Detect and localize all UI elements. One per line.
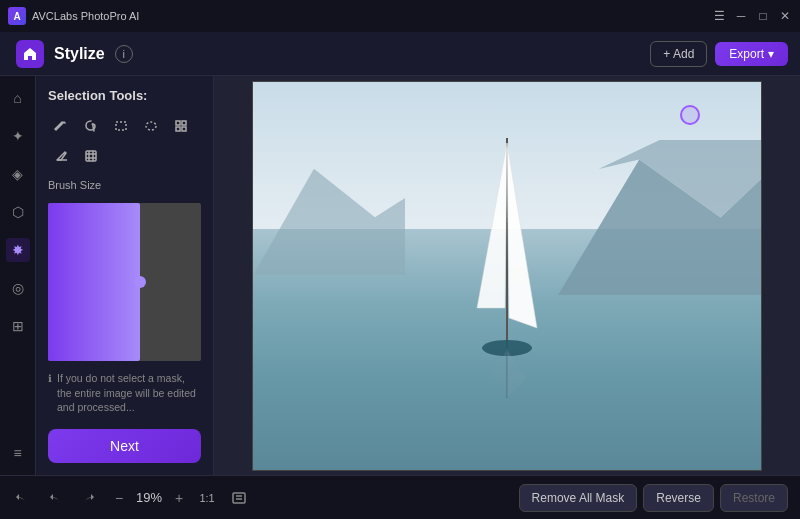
mountain-right — [558, 140, 761, 295]
svg-marker-14 — [253, 169, 405, 276]
icon-rail: ⌂ ✦ ◈ ⬡ ✸ ◎ ⊞ ≡ — [0, 76, 36, 475]
zoom-1to1-icon[interactable]: 1:1 — [196, 487, 218, 509]
svg-rect-0 — [116, 122, 126, 130]
selection-tools-title: Selection Tools: — [48, 88, 201, 103]
info-text-block: ℹ If you do not select a mask, the entir… — [48, 371, 201, 415]
export-button[interactable]: Export ▾ — [715, 42, 788, 66]
svg-point-1 — [146, 122, 156, 130]
zoom-in-icon[interactable]: + — [168, 487, 190, 509]
rail-stylize[interactable]: ✸ — [6, 238, 30, 262]
mountain-left — [253, 159, 405, 275]
info-small-icon: ℹ — [48, 372, 52, 415]
bottom-right-tools: Remove All Mask Reverse Restore — [519, 484, 788, 512]
sailboat-scene — [253, 82, 761, 470]
export-arrow: ▾ — [768, 47, 774, 61]
redo-icon[interactable] — [76, 487, 98, 509]
sailboat — [467, 128, 547, 418]
zoom-percent: 19% — [136, 490, 162, 505]
main-layout: ⌂ ✦ ◈ ⬡ ✸ ◎ ⊞ ≡ Selection Tools: — [0, 76, 800, 475]
rail-tools[interactable]: ◈ — [6, 162, 30, 186]
titlebar-title: AVCLabs PhotoPro AI — [32, 10, 139, 22]
titlebar-left: A AVCLabs PhotoPro AI — [8, 7, 139, 25]
bottom-toolbar: − 19% + 1:1 Remove All Mask Reverse Rest… — [0, 475, 800, 519]
tool-icons-row — [48, 113, 201, 169]
fit-screen-icon[interactable] — [228, 487, 250, 509]
remove-all-mask-button[interactable]: Remove All Mask — [519, 484, 638, 512]
brush-slider-thumb[interactable] — [134, 276, 146, 288]
info-text-content: If you do not select a mask, the entire … — [57, 371, 201, 415]
zoom-out-icon[interactable]: − — [108, 487, 130, 509]
titlebar-controls[interactable]: ☰ ─ □ ✕ — [712, 9, 792, 23]
rect-select-tool[interactable] — [108, 113, 134, 139]
zoom-controls: − 19% + 1:1 — [108, 487, 218, 509]
canvas-area[interactable] — [214, 76, 800, 475]
svg-marker-17 — [477, 143, 507, 308]
pen-tool[interactable] — [48, 113, 74, 139]
rail-enhance[interactable]: ◎ — [6, 276, 30, 300]
ellipse-tool[interactable] — [138, 113, 164, 139]
menu-button[interactable]: ☰ — [712, 9, 726, 23]
left-panel: Selection Tools: — [36, 76, 214, 475]
restore-button[interactable]: Restore — [720, 484, 788, 512]
app-icon: A — [8, 7, 26, 25]
rail-shapes[interactable]: ⬡ — [6, 200, 30, 224]
undo-icon[interactable] — [12, 487, 34, 509]
lasso-tool[interactable] — [78, 113, 104, 139]
svg-rect-2 — [176, 121, 180, 125]
rail-settings[interactable]: ≡ — [6, 441, 30, 465]
add-button[interactable]: + Add — [650, 41, 707, 67]
topbar-left: Stylize i — [16, 40, 133, 68]
close-button[interactable]: ✕ — [778, 9, 792, 23]
rail-effects[interactable]: ✦ — [6, 124, 30, 148]
topbar: Stylize i + Add Export ▾ — [0, 32, 800, 76]
smart-select-tool[interactable] — [168, 113, 194, 139]
svg-marker-20 — [507, 350, 527, 398]
svg-marker-21 — [489, 350, 507, 388]
brush-slider-fill — [48, 203, 140, 361]
eraser-tool[interactable] — [48, 143, 74, 169]
titlebar: A AVCLabs PhotoPro AI ☰ ─ □ ✕ — [0, 0, 800, 32]
page-title: Stylize — [54, 45, 105, 63]
brush-size-slider[interactable] — [48, 203, 201, 361]
svg-marker-16 — [507, 143, 537, 328]
next-button[interactable]: Next — [48, 429, 201, 463]
rail-layers[interactable]: ⊞ — [6, 314, 30, 338]
maximize-button[interactable]: □ — [756, 9, 770, 23]
svg-rect-3 — [182, 121, 186, 125]
brush-size-row: Brush Size — [48, 179, 201, 191]
svg-rect-5 — [182, 127, 186, 131]
svg-rect-4 — [176, 127, 180, 131]
brush-size-label: Brush Size — [48, 179, 101, 191]
cursor-circle — [680, 105, 700, 125]
home-icon[interactable] — [16, 40, 44, 68]
svg-rect-7 — [86, 151, 96, 161]
export-label: Export — [729, 47, 764, 61]
bottom-left-tools: − 19% + 1:1 — [12, 487, 250, 509]
minimize-button[interactable]: ─ — [734, 9, 748, 23]
svg-rect-22 — [233, 493, 245, 503]
info-icon[interactable]: i — [115, 45, 133, 63]
image-frame[interactable] — [252, 81, 762, 471]
rail-home[interactable]: ⌂ — [6, 86, 30, 110]
topbar-right: + Add Export ▾ — [650, 41, 788, 67]
brush-draw-tool[interactable] — [78, 143, 104, 169]
reverse-button[interactable]: Reverse — [643, 484, 714, 512]
undo2-icon[interactable] — [44, 487, 66, 509]
